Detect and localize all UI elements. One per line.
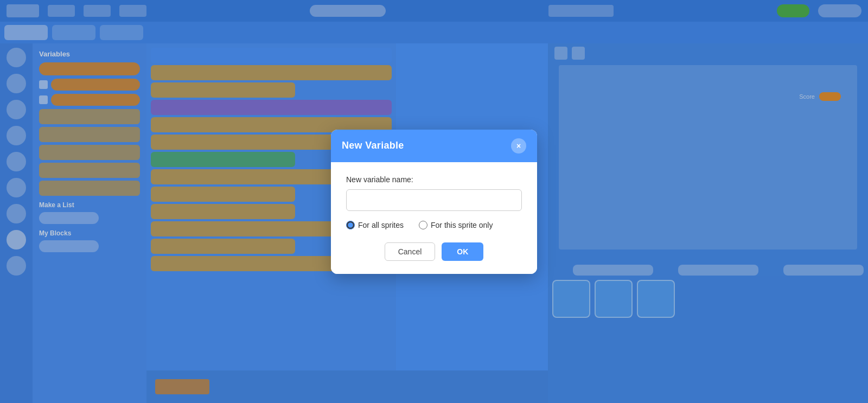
ok-button[interactable]: OK (442, 242, 483, 261)
cancel-button[interactable]: Cancel (385, 242, 436, 261)
modal-body: New variable name: For all sprites For t… (331, 162, 537, 274)
modal-header: New Variable × (331, 130, 537, 162)
radio-this-sprite[interactable]: For this sprite only (419, 221, 493, 229)
modal-title: New Variable (342, 140, 404, 151)
variable-name-input[interactable] (346, 189, 522, 211)
variable-name-label: New variable name: (346, 175, 522, 184)
radio-all-sprites-label: For all sprites (358, 221, 404, 229)
radio-this-sprite-input[interactable] (419, 221, 427, 229)
radio-this-sprite-label: For this sprite only (431, 221, 493, 229)
modal-actions: Cancel OK (346, 242, 522, 261)
new-variable-modal: New Variable × New variable name: For al… (331, 130, 537, 274)
modal-backdrop: New Variable × New variable name: For al… (0, 0, 868, 403)
radio-all-sprites-input[interactable] (346, 221, 355, 229)
scope-radio-group: For all sprites For this sprite only (346, 221, 522, 229)
modal-close-button[interactable]: × (511, 138, 526, 153)
radio-all-sprites[interactable]: For all sprites (346, 221, 404, 229)
